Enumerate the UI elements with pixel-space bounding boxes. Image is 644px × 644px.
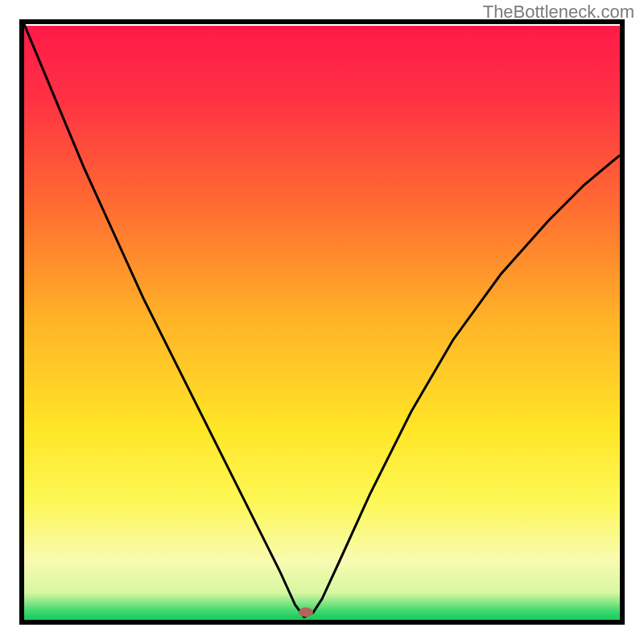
plot-top-strip [24,24,620,26]
attribution-text: TheBottleneck.com [483,2,634,23]
chart-stage: TheBottleneck.com [0,0,644,644]
chart-svg [0,0,644,644]
optimal-point-marker [299,607,313,617]
plot-background [24,24,620,620]
